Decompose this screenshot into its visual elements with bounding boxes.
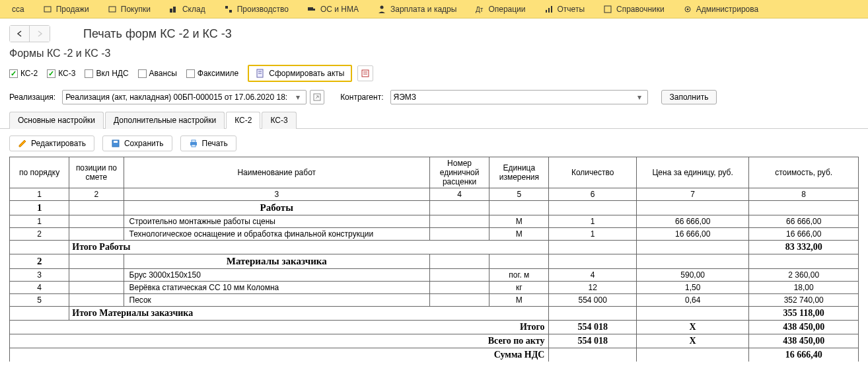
col-name: Наименование работ: [124, 157, 429, 188]
menu-reports[interactable]: Отчеты: [535, 0, 594, 19]
menu-purchases[interactable]: Покупки: [98, 0, 160, 19]
menu-hr[interactable]: Зарплата и кадры: [368, 0, 466, 19]
realization-label: Реализация:: [9, 93, 55, 102]
col-cost: стоимость, руб.: [749, 157, 859, 188]
operations-icon: Дт: [475, 5, 484, 14]
tab-main-settings[interactable]: Основные настройки: [9, 112, 104, 129]
svg-rect-24: [114, 141, 118, 143]
pencil-icon: [18, 139, 27, 148]
printer-icon: [189, 139, 198, 148]
checkbox-ks2[interactable]: КС-2: [9, 69, 38, 78]
svg-rect-6: [308, 7, 313, 11]
floppy-icon: [111, 139, 120, 148]
checkbox-ks3[interactable]: КС-3: [47, 69, 75, 78]
check-icon: [138, 69, 147, 78]
check-icon: [186, 69, 195, 78]
menu-catalogs[interactable]: Справочники: [594, 0, 674, 19]
subtotal-materials: Итого Материалы заказчика355 118,00: [10, 307, 859, 321]
production-icon: [224, 5, 233, 14]
gear-icon: [683, 5, 692, 14]
total-vsego: Всего по акту554 018X438 450,00: [10, 334, 859, 348]
col-rate-number: Номер единичной расценки: [429, 157, 489, 188]
menu-admin[interactable]: Администрирова: [674, 0, 768, 19]
tab-ks2[interactable]: КС-2: [226, 112, 260, 129]
save-button[interactable]: Сохранить: [102, 135, 172, 151]
title-bar: Печать форм КС -2 и КС -3: [0, 19, 868, 46]
ks2-table: по порядку позиции по смете Наименование…: [9, 157, 859, 362]
col-order: по порядку: [10, 157, 69, 188]
dropdown-icon[interactable]: ▾: [634, 93, 645, 102]
check-icon: [47, 69, 55, 78]
tab-additional-settings[interactable]: Дополнительные настройки: [105, 112, 225, 129]
check-icon: [9, 69, 18, 78]
fields-row: Реализация: Реализация (акт, накладная) …: [0, 87, 868, 111]
table-numrow: 12345678: [10, 188, 859, 201]
svg-rect-11: [548, 8, 550, 13]
svg-rect-0: [44, 7, 51, 12]
kontragent-input[interactable]: ЯЭМЗ ▾: [390, 90, 648, 104]
menu-production[interactable]: Производство: [215, 0, 298, 19]
kontragent-label: Контрагент:: [340, 93, 383, 102]
open-realization-button[interactable]: [310, 90, 324, 104]
svg-rect-26: [192, 140, 196, 142]
svg-rect-12: [551, 6, 552, 13]
nav-forward-button[interactable]: [30, 26, 50, 42]
tab-ks3[interactable]: КС-3: [262, 112, 296, 129]
svg-rect-19: [362, 70, 369, 77]
table-row[interactable]: 3Брус 3000х150х150пог. м4590,002 360,00: [10, 269, 859, 282]
table-row[interactable]: 1Строительно монтажные работы сценыМ166 …: [10, 215, 859, 228]
sales-icon: [43, 5, 52, 14]
menu-sales[interactable]: Продажи: [34, 0, 98, 19]
document-icon: [256, 69, 265, 78]
checkbox-avansy[interactable]: Авансы: [138, 69, 177, 78]
svg-rect-13: [604, 6, 611, 13]
checkbox-faksimile[interactable]: Факсимиле: [186, 69, 239, 78]
settings-small-button[interactable]: [357, 65, 373, 81]
person-icon: [377, 5, 386, 14]
print-button[interactable]: Печать: [180, 135, 236, 151]
warehouse-icon: [169, 5, 178, 14]
svg-rect-3: [173, 7, 176, 13]
svg-text:Дт: Дт: [476, 6, 484, 13]
col-qty: Количество: [549, 157, 636, 188]
svg-rect-1: [109, 7, 116, 12]
check-icon: [85, 69, 93, 78]
svg-rect-2: [170, 9, 172, 13]
nav-back-button[interactable]: [10, 26, 30, 42]
dropdown-icon[interactable]: ▾: [293, 93, 303, 102]
form-subtitle: Формы КС -2 и КС -3: [0, 46, 868, 65]
cart-icon: [108, 5, 117, 14]
menu-cash[interactable]: сса: [3, 0, 34, 19]
generate-acts-button[interactable]: Сформировать акты: [248, 65, 352, 82]
table-row[interactable]: 5ПесокМ554 0000,64352 740,00: [10, 294, 859, 307]
truck-icon: [307, 5, 316, 14]
realization-input[interactable]: Реализация (акт, накладная) 00БП-000015 …: [62, 90, 307, 104]
chart-icon: [544, 5, 554, 14]
tabs: Основные настройки Дополнительные настро…: [0, 111, 868, 129]
section-works: 1Работы: [10, 201, 859, 215]
table-row[interactable]: 2Технологическое оснащение и обработка ф…: [10, 228, 859, 241]
col-price: Цена за единицу, руб.: [636, 157, 749, 188]
main-menu: сса Продажи Покупки Склад Производство О…: [0, 0, 868, 19]
page-title: Печать форм КС -2 и КС -3: [83, 27, 232, 41]
fill-button[interactable]: Заполнить: [661, 90, 717, 104]
menu-assets[interactable]: ОС и НМА: [298, 0, 368, 19]
svg-point-15: [686, 8, 688, 10]
options-row: КС-2 КС-3 Вкл НДС Авансы Факсимиле Сформ…: [0, 65, 868, 87]
edit-button[interactable]: Редактировать: [9, 135, 94, 151]
table-row[interactable]: 4Верёвка статическая CC 10 мм Коломнакг1…: [10, 282, 859, 294]
total-itogo: Итого554 018X438 450,00: [10, 321, 859, 334]
menu-operations[interactable]: ДтОперации: [466, 0, 534, 19]
total-nds: Сумма НДС16 666,40: [10, 348, 859, 362]
col-position: позиции по смете: [69, 157, 124, 188]
svg-rect-27: [192, 145, 196, 147]
section-materials: 2Материалы заказчика: [10, 254, 859, 269]
svg-rect-10: [546, 10, 547, 13]
tab-toolbar: Редактировать Сохранить Печать: [0, 129, 868, 157]
svg-point-8: [380, 5, 383, 9]
col-unit: Единица измерения: [489, 157, 549, 188]
checkbox-vklnds[interactable]: Вкл НДС: [85, 69, 128, 78]
book-icon: [603, 5, 612, 14]
svg-rect-4: [225, 6, 228, 9]
menu-warehouse[interactable]: Склад: [160, 0, 215, 19]
